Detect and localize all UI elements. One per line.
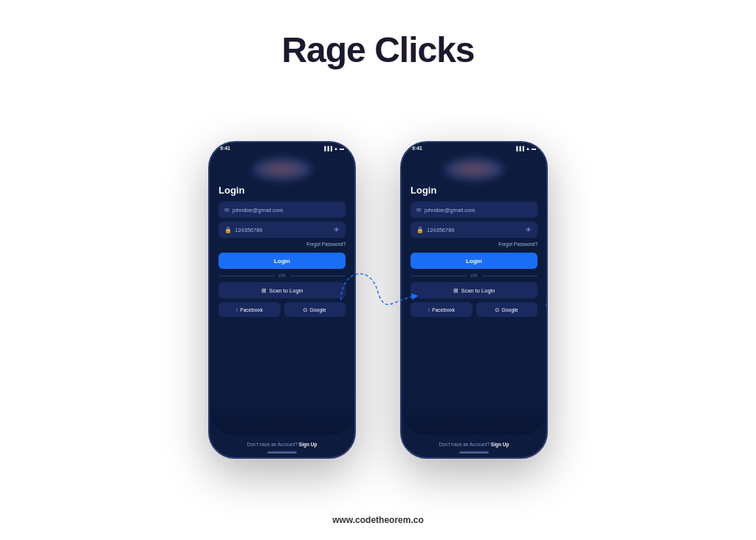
google-button-2[interactable]: G Google <box>476 302 538 317</box>
email-icon-2: ✉ <box>416 207 422 213</box>
status-icons-1: ▐▐▐ ▲ ▬ <box>323 146 344 151</box>
status-bar-1: 9:41 ▐▐▐ ▲ ▬ <box>210 143 354 151</box>
or-divider-1: OR <box>219 273 346 278</box>
lock-icon-2: 🔒 <box>416 227 424 233</box>
or-divider-2: OR <box>410 273 537 278</box>
footer: www.codetheorem.co <box>332 515 424 525</box>
status-bar-2: 9:41 ▐▐▐ ▲ ▬ <box>402 143 546 151</box>
annotation-container: Stuck on same Page <box>544 293 548 315</box>
eye-icon-1: 👁 <box>334 227 340 233</box>
phone-wave-2 <box>402 398 546 435</box>
login-title-2: Login <box>410 185 537 196</box>
signal-icon-1: ▐▐▐ <box>323 146 332 151</box>
scan-label-1: Scan to Login <box>269 287 303 294</box>
login-button-2[interactable]: Login <box>410 253 537 269</box>
status-icons-2: ▐▐▐ ▲ ▬ <box>515 146 536 151</box>
phone-wave-1 <box>210 398 354 435</box>
facebook-label-1: Facebook <box>240 307 263 312</box>
email-value-2: johndoe@gmail.com <box>425 207 532 213</box>
or-text-2: OR <box>471 273 478 278</box>
status-time-1: 9:41 <box>220 146 230 151</box>
battery-icon-1: ▬ <box>340 146 344 151</box>
password-field-1[interactable]: 🔒 124356789 👁 <box>219 222 346 238</box>
phone-content-2: Login ✉ johndoe@gmail.com 🔒 124356789 👁 … <box>402 185 546 317</box>
battery-icon-2: ▬ <box>532 146 536 151</box>
facebook-icon-2: f <box>428 307 430 313</box>
password-value-2: 124356789 <box>427 227 523 233</box>
signup-text-1: Don't have an Account? Sign Up <box>210 442 354 447</box>
google-label-1: Google <box>309 307 326 312</box>
scan-icon-2: ⊞ <box>453 287 458 294</box>
facebook-icon-1: f <box>236 307 238 313</box>
forgot-password-2[interactable]: Forgot Password? <box>410 242 537 247</box>
scan-label-2: Scan to Login <box>461 287 495 294</box>
wifi-icon-2: ▲ <box>526 146 530 151</box>
scan-button-1[interactable]: ⊞ Scan to Login <box>219 282 346 298</box>
lock-icon-1: 🔒 <box>224 227 232 233</box>
login-title-1: Login <box>219 185 346 196</box>
annotation-circle <box>544 293 548 315</box>
wifi-icon-1: ▲ <box>334 146 338 151</box>
forgot-password-1[interactable]: Forgot Password? <box>219 242 346 247</box>
page-title: Rage Clicks <box>281 30 474 70</box>
or-text-1: OR <box>279 273 286 278</box>
google-icon-2: G <box>495 307 499 312</box>
facebook-label-2: Facebook <box>432 307 455 312</box>
avatar-2 <box>444 158 504 180</box>
password-field-2[interactable]: 🔒 124356789 👁 <box>410 222 537 238</box>
phone-content-1: Login ✉ johndoe@gmail.com 🔒 124356789 👁 … <box>210 185 354 317</box>
home-indicator-1 <box>267 451 297 454</box>
email-field-2[interactable]: ✉ johndoe@gmail.com <box>410 202 537 218</box>
phone-2: 9:41 ▐▐▐ ▲ ▬ Login ✉ johndoe@gmail.com 🔒… <box>400 141 548 459</box>
social-buttons-1: f Facebook G Google <box>219 302 346 317</box>
phones-container: 9:41 ▐▐▐ ▲ ▬ Login ✉ johndoe@gmail.com 🔒… <box>208 100 548 500</box>
or-line-right-2 <box>482 276 538 276</box>
signup-text-2: Don't have an Account? Sign Up <box>402 442 546 447</box>
email-icon-1: ✉ <box>224 207 230 213</box>
signal-icon-2: ▐▐▐ <box>515 146 524 151</box>
social-buttons-2: f Facebook G Google <box>410 302 537 317</box>
email-field-1[interactable]: ✉ johndoe@gmail.com <box>219 202 346 218</box>
facebook-button-1[interactable]: f Facebook <box>219 302 281 317</box>
home-indicator-2 <box>459 451 489 454</box>
google-label-2: Google <box>501 307 518 312</box>
login-button-1[interactable]: Login <box>219 253 346 269</box>
avatar-1 <box>252 158 312 180</box>
svg-point-0 <box>546 295 548 313</box>
password-value-1: 124356789 <box>235 227 331 233</box>
eye-icon-2: 👁 <box>526 227 532 233</box>
curved-arrow <box>334 256 422 344</box>
email-value-1: johndoe@gmail.com <box>233 207 340 213</box>
scan-icon-1: ⊞ <box>261 287 267 294</box>
google-icon-1: G <box>303 307 307 312</box>
or-line-left-1 <box>219 276 275 276</box>
scan-button-2[interactable]: ⊞ Scan to Login <box>410 282 537 298</box>
status-time-2: 9:41 <box>412 146 422 151</box>
